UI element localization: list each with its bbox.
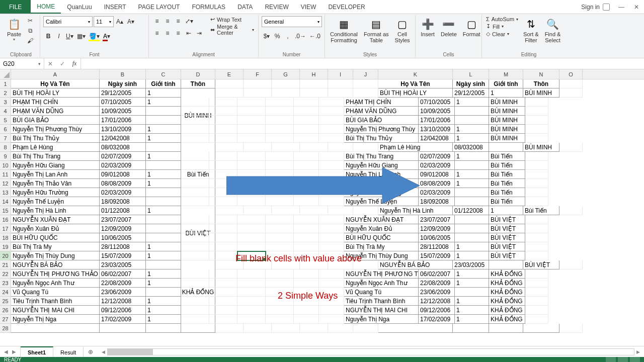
cell-O14[interactable]: [525, 197, 548, 206]
cell-H3[interactable]: [266, 98, 294, 107]
cell-M4[interactable]: [455, 107, 489, 116]
cell-E26[interactable]: [181, 306, 209, 315]
cell-L26[interactable]: 09/12/2006: [419, 306, 455, 315]
cell-C25[interactable]: 1: [146, 297, 181, 306]
cell-L16[interactable]: 23/07/2007: [419, 215, 455, 224]
row-header-4[interactable]: 4: [0, 107, 11, 116]
cell-M3[interactable]: 1: [455, 98, 489, 107]
cell-G3[interactable]: [237, 98, 266, 107]
row-header-25[interactable]: 25: [0, 297, 11, 306]
cell-O12[interactable]: [525, 179, 548, 188]
cell-M15[interactable]: 1: [489, 206, 523, 215]
cell-K2[interactable]: BÙI THỊ HOÀI LY: [378, 88, 453, 98]
cell-O2[interactable]: [559, 88, 583, 98]
row-header-11[interactable]: 11: [0, 170, 11, 179]
align-bottom-button[interactable]: ≡: [173, 16, 183, 26]
cell-G2[interactable]: [272, 88, 300, 98]
cell-M12[interactable]: 1: [455, 179, 489, 188]
cell-F19[interactable]: [209, 242, 237, 251]
delete-cells-button[interactable]: ➖Delete: [439, 16, 459, 38]
cell-L1[interactable]: Ngày sinh: [453, 79, 489, 88]
cell-F17[interactable]: [209, 224, 237, 233]
cell-B8[interactable]: 08/032008: [100, 143, 146, 152]
cell-E15[interactable]: [215, 206, 244, 215]
cell-I8[interactable]: [328, 143, 353, 152]
cell-C4[interactable]: [146, 107, 181, 116]
file-menu[interactable]: FILE: [0, 0, 31, 14]
cell-E4[interactable]: [181, 107, 209, 116]
cell-B13[interactable]: 02/03/2009: [100, 188, 146, 197]
cell-A21[interactable]: NGUYỄN BÁ BẢO: [11, 260, 100, 269]
cell-B10[interactable]: 02/03/2009: [100, 161, 146, 170]
cell-I22[interactable]: [294, 269, 319, 279]
cell-N1[interactable]: Thôn: [523, 79, 559, 88]
cell-K27[interactable]: Nguyễn Thị Nga: [344, 315, 419, 324]
cell-M16[interactable]: [455, 215, 489, 224]
cell-B20[interactable]: 15/07/2009: [100, 251, 146, 260]
cell-L9[interactable]: 02/07/2009: [419, 152, 455, 161]
cell-I23[interactable]: [294, 279, 319, 288]
cell-O22[interactable]: [525, 269, 548, 279]
cell-C17[interactable]: [146, 224, 181, 233]
cell-K17[interactable]: Nguyễn Xuân Đủ: [344, 224, 419, 233]
increase-indent-button[interactable]: ⇥: [194, 28, 204, 38]
cell-C21[interactable]: [146, 260, 181, 269]
cell-H22[interactable]: [266, 269, 294, 279]
cell-M8[interactable]: [489, 143, 523, 152]
page-break-view-button[interactable]: [630, 356, 640, 362]
cell-O20[interactable]: [525, 251, 548, 260]
ribbon-tab-insert[interactable]: INSERT: [98, 0, 132, 14]
cell-I26[interactable]: [294, 306, 319, 315]
row-header-24[interactable]: 24: [0, 288, 11, 297]
cell-H16[interactable]: [266, 215, 294, 224]
cell-K1[interactable]: Họ Và Tên: [378, 79, 453, 88]
cell-E18[interactable]: [181, 233, 209, 242]
cell-H7[interactable]: [266, 134, 294, 143]
percent-format-button[interactable]: %: [272, 31, 282, 41]
sort-filter-button[interactable]: ⇅Sort & Filter: [521, 16, 541, 44]
cell-A11[interactable]: Nguyễn Thị Lan Anh: [11, 170, 100, 179]
cell-N18[interactable]: BÙI VIỆT: [489, 233, 525, 242]
copy-button[interactable]: ⧉: [25, 26, 35, 35]
signin-link[interactable]: Sign in: [581, 4, 600, 11]
cell-F2[interactable]: [244, 88, 272, 98]
cell-J2[interactable]: [353, 88, 378, 98]
cell-A12[interactable]: Nguyễn Thị Thảo Vân: [11, 179, 100, 188]
cell-M22[interactable]: 1: [455, 269, 489, 279]
column-header-K[interactable]: K: [378, 69, 453, 79]
cell-N13[interactable]: Bùi Tiến: [489, 188, 525, 197]
row-header-14[interactable]: 14: [0, 197, 11, 206]
cell-I5[interactable]: [294, 116, 319, 125]
align-middle-button[interactable]: ≡: [163, 16, 173, 26]
cell-M25[interactable]: 1: [455, 297, 489, 306]
cell-G27[interactable]: [237, 315, 266, 324]
cell-H15[interactable]: [300, 206, 328, 215]
cell-F1[interactable]: [244, 79, 272, 88]
font-size-select[interactable]: 11▾: [94, 16, 114, 27]
cell-N21[interactable]: BÙI VIỆT: [523, 260, 559, 269]
cell-L23[interactable]: 22/08/2009: [419, 279, 455, 288]
cell-N28[interactable]: [523, 324, 559, 333]
cell-J26[interactable]: [319, 306, 344, 315]
row-header-18[interactable]: 18: [0, 233, 11, 242]
cell-E16[interactable]: [181, 215, 209, 224]
cell-A6[interactable]: Nguyễn Thị Phương Thùy: [11, 125, 100, 134]
cell-J22[interactable]: [319, 269, 344, 279]
cell-E11[interactable]: [181, 170, 209, 179]
cell-L17[interactable]: 12/09/2009: [419, 224, 455, 233]
cell-I28[interactable]: [328, 324, 353, 333]
cell-O4[interactable]: [525, 107, 548, 116]
cell-C2[interactable]: 1: [146, 88, 181, 98]
cell-L28[interactable]: [453, 324, 489, 333]
cell-M14[interactable]: [455, 197, 489, 206]
cell-C10[interactable]: [146, 161, 181, 170]
cell-N12[interactable]: Bùi Tiến: [489, 179, 525, 188]
cell-O13[interactable]: [525, 188, 548, 197]
cell-G22[interactable]: [237, 269, 266, 279]
cell-F15[interactable]: [244, 206, 272, 215]
cell-K21[interactable]: NGUYỄN BÁ BẢO: [378, 260, 453, 269]
cell-A3[interactable]: PHẠM THỊ CHÍN: [11, 98, 100, 107]
cell-E14[interactable]: [181, 197, 209, 206]
cell-K4[interactable]: PHẠM VĂN DŨNG: [344, 107, 419, 116]
cell-E24[interactable]: [181, 288, 209, 297]
